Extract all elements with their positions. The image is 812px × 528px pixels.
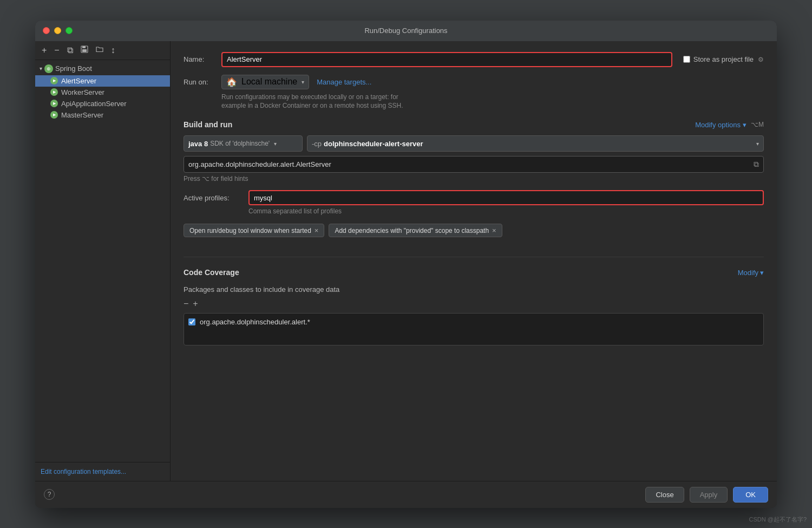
sidebar-item-label: WorkerServer bbox=[61, 88, 104, 96]
copy-icon[interactable]: ⧉ bbox=[754, 160, 759, 169]
sidebar-group-label: Spring Boot bbox=[55, 64, 92, 73]
close-button[interactable]: Close bbox=[645, 487, 684, 503]
chevron-down-icon: ▾ bbox=[302, 79, 304, 85]
manage-targets-link[interactable]: Manage targets... bbox=[317, 78, 371, 86]
folder-button[interactable] bbox=[94, 44, 106, 56]
remove-config-button[interactable]: − bbox=[52, 44, 61, 56]
watermark: CSDN @起不了名字? bbox=[749, 516, 807, 524]
run-icon: ▶ bbox=[50, 111, 58, 119]
code-coverage-section: Code Coverage Modify ▾ Packages and clas… bbox=[184, 268, 764, 346]
coverage-item: org.apache.dolphinscheduler.alert.* bbox=[188, 318, 759, 326]
store-project-file-row: Store as project file ⚙ bbox=[683, 55, 764, 63]
run-on-value: Local machine bbox=[241, 77, 297, 87]
coverage-list: org.apache.dolphinscheduler.alert.* bbox=[184, 313, 764, 346]
sidebar-toolbar: + − ⧉ ↕ bbox=[35, 41, 170, 60]
chevron-down-icon: ▾ bbox=[760, 269, 764, 277]
coverage-item-checkbox[interactable] bbox=[188, 318, 195, 325]
cp-flag: -cp bbox=[312, 140, 322, 148]
tag-label: Add dependencies with "provided" scope t… bbox=[335, 227, 489, 234]
edit-templates-link[interactable]: Edit configuration templates... bbox=[35, 462, 170, 481]
svg-rect-1 bbox=[82, 46, 86, 48]
active-profiles-label: Active profiles: bbox=[184, 194, 248, 202]
sidebar-group-spring-boot[interactable]: ▾ ⊕ Spring Boot bbox=[35, 62, 170, 75]
sidebar-item-alertserver[interactable]: ▶ AlertServer bbox=[35, 75, 170, 87]
keyboard-shortcut: ⌥M bbox=[751, 121, 764, 128]
coverage-toolbar: − + bbox=[184, 299, 764, 309]
chevron-down-icon: ▾ bbox=[743, 121, 746, 129]
chevron-down-icon: ▾ bbox=[274, 141, 277, 147]
field-hint: Press ⌥ for field hints bbox=[184, 175, 764, 182]
traffic-lights[interactable] bbox=[43, 27, 73, 34]
build-run-header: Build and run Modify options ▾ ⌥M bbox=[184, 120, 764, 129]
sidebar: + − ⧉ ↕ ▾ bbox=[35, 41, 171, 481]
gear-icon[interactable]: ⚙ bbox=[758, 56, 764, 63]
sidebar-item-apiapplicationserver[interactable]: ▶ ApiApplicationServer bbox=[35, 98, 170, 109]
run-on-row: Run on: 🏠 Local machine ▾ Manage targets… bbox=[184, 75, 764, 89]
sidebar-item-masterserver[interactable]: ▶ MasterServer bbox=[35, 109, 170, 121]
ok-button[interactable]: OK bbox=[733, 487, 768, 503]
modify-label: Modify bbox=[738, 269, 758, 277]
modify-options-button[interactable]: Modify options ▾ ⌥M bbox=[695, 121, 764, 129]
tag-close-button[interactable]: × bbox=[315, 226, 319, 234]
help-button[interactable]: ? bbox=[44, 489, 55, 500]
build-run-title: Build and run bbox=[184, 120, 232, 129]
divider bbox=[184, 257, 764, 257]
name-row: Name: Store as project file ⚙ bbox=[184, 52, 764, 67]
coverage-item-label: org.apache.dolphinscheduler.alert.* bbox=[200, 318, 310, 326]
save-config-button[interactable] bbox=[78, 44, 90, 56]
java-sdk-dropdown[interactable]: java 8 SDK of 'dolphinsche' ▾ bbox=[184, 135, 303, 152]
run-icon: ▶ bbox=[50, 88, 58, 96]
bottom-bar: ? Close Apply OK bbox=[35, 481, 777, 508]
content-panel: Name: Store as project file ⚙ Run on: 🏠 … bbox=[171, 41, 777, 481]
minimize-button[interactable] bbox=[54, 27, 61, 34]
store-project-file-checkbox[interactable] bbox=[683, 56, 690, 63]
coverage-desc: Packages and classes to include in cover… bbox=[184, 285, 764, 294]
cp-left: -cp dolphinscheduler-alert-server bbox=[312, 140, 423, 148]
main-class-text: org.apache.dolphinscheduler.alert.AlertS… bbox=[188, 160, 754, 168]
sidebar-item-label: MasterServer bbox=[61, 111, 103, 119]
close-button[interactable] bbox=[43, 27, 50, 34]
java-sdk-suffix: SDK of 'dolphinsche' bbox=[210, 140, 270, 147]
coverage-add-button[interactable]: + bbox=[193, 299, 198, 309]
name-label: Name: bbox=[184, 55, 221, 63]
coverage-header: Code Coverage Modify ▾ bbox=[184, 268, 764, 279]
sidebar-items: ▾ ⊕ Spring Boot ▶ AlertServer ▶ WorkerSe… bbox=[35, 60, 170, 462]
tag-label: Open run/debug tool window when started bbox=[189, 227, 311, 234]
active-profiles-row: Active profiles: bbox=[184, 190, 764, 205]
apply-button[interactable]: Apply bbox=[690, 487, 728, 503]
active-profiles-input[interactable] bbox=[248, 190, 764, 205]
run-hint: Run configurations may be executed local… bbox=[221, 93, 764, 111]
cp-value: dolphinscheduler-alert-server bbox=[324, 140, 423, 148]
svg-rect-2 bbox=[82, 49, 87, 52]
add-config-button[interactable]: + bbox=[40, 44, 49, 56]
coverage-modify-button[interactable]: Modify ▾ bbox=[738, 269, 764, 277]
titlebar: Run/Debug Configurations bbox=[35, 21, 777, 41]
sidebar-item-label: ApiApplicationServer bbox=[61, 100, 127, 108]
tag-dependencies: Add dependencies with "provided" scope t… bbox=[329, 224, 502, 237]
run-on-dropdown[interactable]: 🏠 Local machine ▾ bbox=[221, 75, 309, 89]
spring-boot-icon: ⊕ bbox=[44, 64, 53, 73]
chevron-down-icon: ▾ bbox=[40, 66, 42, 71]
java-sdk-label: java 8 bbox=[188, 140, 208, 148]
name-input[interactable] bbox=[221, 52, 672, 67]
run-on-label: Run on: bbox=[184, 78, 221, 86]
home-icon: 🏠 bbox=[226, 77, 237, 87]
run-icon: ▶ bbox=[50, 100, 58, 107]
run-icon: ▶ bbox=[50, 77, 58, 84]
store-project-file-label: Store as project file bbox=[693, 55, 754, 63]
maximize-button[interactable] bbox=[66, 27, 73, 34]
code-coverage-title: Code Coverage bbox=[184, 268, 239, 277]
copy-config-button[interactable]: ⧉ bbox=[65, 44, 75, 56]
tag-close-button[interactable]: × bbox=[492, 226, 496, 234]
tags-row: Open run/debug tool window when started … bbox=[184, 224, 764, 237]
profiles-hint: Comma separated list of profiles bbox=[248, 207, 764, 215]
modify-options-label: Modify options bbox=[695, 121, 741, 129]
build-run-fields: java 8 SDK of 'dolphinsche' ▾ -cp dolphi… bbox=[184, 135, 764, 152]
main-class-row: org.apache.dolphinscheduler.alert.AlertS… bbox=[184, 156, 764, 173]
sort-button[interactable]: ↕ bbox=[109, 44, 117, 56]
coverage-remove-button[interactable]: − bbox=[184, 299, 188, 309]
chevron-down-icon: ▾ bbox=[756, 141, 759, 147]
cp-dropdown[interactable]: -cp dolphinscheduler-alert-server ▾ bbox=[307, 135, 764, 152]
bottom-actions: Close Apply OK bbox=[645, 487, 768, 503]
sidebar-item-workerserver[interactable]: ▶ WorkerServer bbox=[35, 87, 170, 98]
